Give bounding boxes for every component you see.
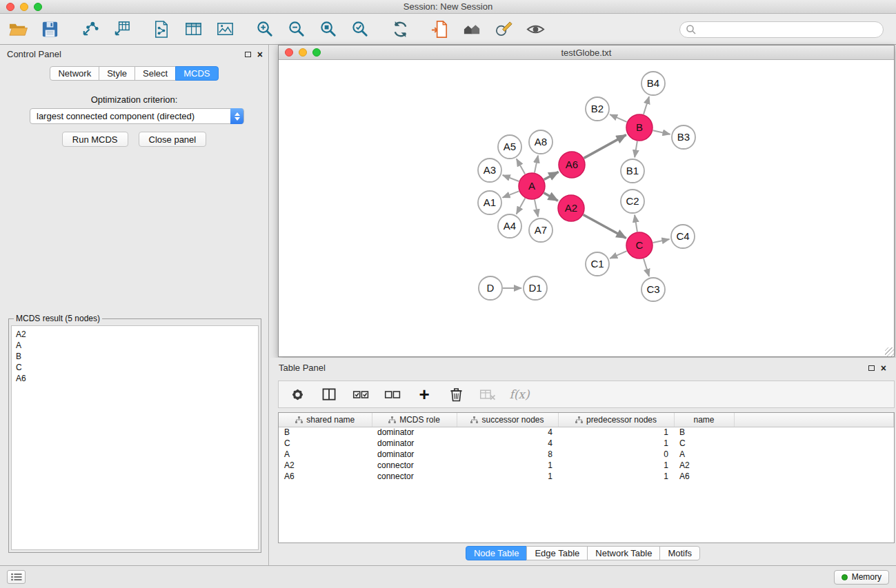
- function-builder-button[interactable]: f(x): [509, 384, 530, 405]
- table-cell[interactable]: 4: [457, 427, 558, 438]
- column-header-mcds-role[interactable]: MCDS role: [372, 413, 457, 427]
- table-settings-button[interactable]: [287, 384, 308, 405]
- mcds-result-list[interactable]: A2ABCA6: [11, 325, 259, 550]
- tab-motifs[interactable]: Motifs: [659, 546, 700, 560]
- table-cell[interactable]: A2: [279, 460, 372, 471]
- table-cell[interactable]: 1: [558, 427, 674, 438]
- network-node-B[interactable]: B: [626, 114, 653, 141]
- table-cell[interactable]: A6: [279, 471, 372, 482]
- import-network-button[interactable]: [79, 19, 101, 41]
- table-cell[interactable]: [734, 460, 894, 471]
- table-row[interactable]: A2connector11A2: [279, 460, 894, 471]
- mcds-result-item[interactable]: B: [16, 351, 254, 362]
- table-cell[interactable]: B: [674, 427, 734, 438]
- table-cell[interactable]: [734, 471, 894, 482]
- network-image-button[interactable]: [214, 19, 236, 41]
- open-file-button[interactable]: [7, 19, 29, 41]
- table-cell[interactable]: B: [279, 427, 372, 438]
- close-table-panel-button[interactable]: ×: [881, 365, 886, 372]
- delete-table-button[interactable]: [477, 384, 498, 405]
- table-cell[interactable]: dominator: [372, 427, 457, 438]
- zoom-in-button[interactable]: [254, 19, 276, 41]
- table-row[interactable]: A6connector11A6: [279, 471, 894, 482]
- first-neighbors-button[interactable]: [461, 19, 483, 41]
- table-cell[interactable]: 0: [558, 449, 674, 460]
- window-resize-handle[interactable]: [885, 347, 894, 356]
- network-node-C2[interactable]: C2: [621, 190, 644, 213]
- float-table-panel-button[interactable]: [868, 365, 875, 371]
- network-node-B4[interactable]: B4: [641, 72, 665, 95]
- network-node-A3[interactable]: A3: [478, 159, 501, 182]
- network-node-C1[interactable]: C1: [586, 252, 609, 276]
- mcds-result-item[interactable]: A6: [16, 373, 254, 384]
- network-node-B1[interactable]: B1: [621, 159, 644, 183]
- network-edge[interactable]: [544, 193, 557, 201]
- network-edge[interactable]: [503, 191, 519, 197]
- column-header-shared-name[interactable]: shared name: [279, 413, 372, 427]
- table-cell[interactable]: [734, 438, 894, 449]
- show-graphics-details-button[interactable]: [524, 19, 546, 41]
- network-node-D1[interactable]: D1: [524, 276, 547, 300]
- mcds-result-item[interactable]: A2: [16, 329, 254, 340]
- tab-network[interactable]: Network: [50, 66, 99, 81]
- create-column-button[interactable]: +: [414, 384, 435, 405]
- network-node-D[interactable]: D: [479, 276, 502, 300]
- network-node-A1[interactable]: A1: [478, 191, 501, 214]
- table-cell[interactable]: A2: [674, 460, 734, 471]
- network-edge[interactable]: [584, 135, 626, 159]
- network-node-B2[interactable]: B2: [586, 97, 609, 121]
- show-columns-button[interactable]: [319, 384, 339, 405]
- close-panel-button[interactable]: Close panel: [139, 132, 207, 147]
- column-header-predecessor-nodes[interactable]: predecessor nodes: [558, 413, 674, 427]
- network-node-A2[interactable]: A2: [558, 195, 584, 221]
- network-edge[interactable]: [517, 159, 525, 174]
- table-row[interactable]: Bdominator41B: [279, 427, 894, 438]
- table-cell[interactable]: 1: [558, 471, 674, 482]
- import-table-button[interactable]: [110, 19, 132, 41]
- tab-select[interactable]: Select: [135, 66, 176, 81]
- delete-column-button[interactable]: [446, 384, 466, 405]
- network-table-button[interactable]: [182, 19, 204, 41]
- table-cell[interactable]: 1: [558, 460, 674, 471]
- tab-edge-table[interactable]: Edge Table: [526, 546, 588, 560]
- network-edge[interactable]: [653, 239, 670, 243]
- network-canvas[interactable]: AA1A2A3A4A5A6A7A8BB1B2B3B4CC1C2C3C4DD1: [279, 60, 894, 356]
- search-input[interactable]: [699, 24, 877, 34]
- annotation-button[interactable]: [492, 19, 515, 41]
- network-node-A6[interactable]: A6: [559, 152, 585, 178]
- float-control-panel-button[interactable]: [245, 52, 251, 57]
- network-edge[interactable]: [535, 200, 538, 217]
- table-cell[interactable]: 4: [457, 438, 558, 449]
- table-cell[interactable]: dominator: [372, 449, 457, 460]
- column-header-successor-nodes[interactable]: successor nodes: [457, 413, 558, 427]
- network-node-C[interactable]: C: [626, 232, 653, 258]
- table-cell[interactable]: connector: [372, 460, 457, 471]
- network-edge[interactable]: [635, 215, 637, 232]
- tab-node-table[interactable]: Node Table: [466, 546, 528, 560]
- table-cell[interactable]: C: [279, 438, 372, 449]
- network-edge[interactable]: [503, 175, 519, 181]
- mcds-result-item[interactable]: C: [16, 362, 254, 373]
- tab-style[interactable]: Style: [99, 66, 135, 81]
- table-cell[interactable]: 1: [457, 471, 558, 482]
- close-control-panel-button[interactable]: ×: [257, 51, 263, 58]
- open-recent-file-button[interactable]: [429, 19, 451, 41]
- tab-network-table[interactable]: Network Table: [587, 546, 660, 560]
- save-session-button[interactable]: [39, 19, 61, 41]
- network-edge[interactable]: [517, 199, 526, 214]
- task-history-button[interactable]: [7, 570, 26, 584]
- table-cell[interactable]: 1: [558, 438, 674, 449]
- optimization-criterion-select[interactable]: largest connected component (directed): [30, 108, 244, 124]
- mcds-result-item[interactable]: A: [16, 340, 254, 351]
- zoom-fit-button[interactable]: [317, 19, 339, 41]
- network-edge[interactable]: [635, 141, 637, 157]
- tab-mcds[interactable]: MCDS: [175, 66, 218, 81]
- network-edge[interactable]: [535, 156, 538, 173]
- network-edge[interactable]: [610, 114, 626, 122]
- network-edge[interactable]: [544, 172, 559, 179]
- select-all-button[interactable]: [350, 384, 371, 405]
- network-node-B3[interactable]: B3: [672, 125, 695, 149]
- network-file-button[interactable]: [150, 19, 172, 41]
- table-row[interactable]: Cdominator41C: [279, 438, 894, 449]
- network-edge[interactable]: [653, 130, 670, 134]
